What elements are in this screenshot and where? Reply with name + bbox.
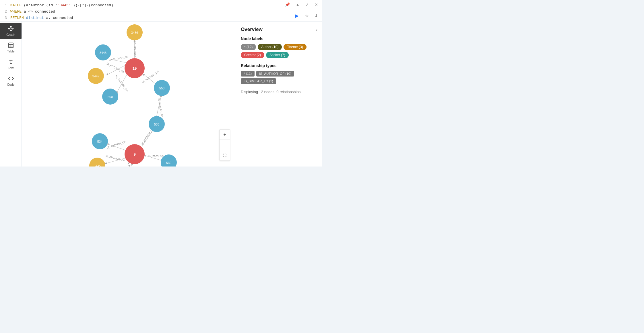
node-label-3448: 3448 [100,51,106,54]
code-icon [8,75,14,82]
graph-icon [8,26,14,32]
code-line-2: 2 WHERE a <> connected [3,9,284,15]
rel-types-section: Relationship types * (11) IS_AUTHOR_OF (… [241,63,317,84]
sidebar-item-text[interactable]: Text [0,56,22,73]
svg-point-2 [12,28,13,29]
rel-tag-is-author-of[interactable]: IS_AUTHOR_OF (10) [256,71,294,77]
tag-theme[interactable]: Theme (3) [284,44,306,50]
code-line-3-content: RETURN distinct a, connected [10,15,73,21]
edge-label: IS_SIMILAR_TO [157,98,163,118]
sidebar-item-table[interactable]: Table [0,39,22,56]
node-label-19: 19 [133,66,137,70]
text-icon [8,59,14,65]
node-label-539: 539 [166,161,171,164]
kw-match: MATCH [10,3,24,7]
edge-label: IS_AUTHOR_OF [109,55,129,62]
tag-star[interactable]: * (12) [241,44,256,50]
star-button[interactable]: ☆ [304,13,310,19]
display-info: Displaying 12 nodes, 0 relationships. [241,89,317,95]
table-icon [8,42,14,48]
sidebar-item-text-label: Text [8,66,13,70]
top-icons-row: 📌 ▲ ⤢ ✕ [284,2,319,7]
tag-sticker[interactable]: Sticker (7) [266,52,289,58]
graph-svg: IS_AUTHOR_OF IS_AUTHOR_OF IS_AUTHOR_OF I… [22,21,236,167]
topbar-actions: 📌 ▲ ⤢ ✕ ▶ ☆ ⬇ [284,0,319,21]
node-label-9: 9 [133,152,135,156]
pin-button[interactable]: 📌 [284,2,291,7]
sidebar-item-graph-label: Graph [6,33,15,36]
svg-point-0 [8,28,9,29]
svg-rect-8 [8,43,13,48]
rel-tag-star[interactable]: * (11) [241,71,255,77]
edge-label: IS_AUTHOR_OF [144,154,164,157]
edge-label: IS_AUTHOR_OF [133,41,136,61]
overview-panel: Overview › Node labels * (12) Author (10… [236,21,322,167]
overview-chevron-right[interactable]: › [316,27,317,32]
code-line-3: 3 RETURN distinct a, connected [3,15,284,21]
node-label-560: 560 [108,95,113,99]
node-label-3449: 3449 [92,75,99,78]
overview-title: Overview [241,27,263,32]
code-editor[interactable]: 1 MATCH (a:Author {id :"3445" })-[*]-(co… [3,0,284,21]
code-line-1-content: MATCH (a:Author {id :"3445" })-[*]-(conn… [10,2,113,9]
line-num-1: 1 [3,2,7,9]
node-labels-tags: * (12) Author (10) Theme (3) Creator (2)… [241,44,317,58]
node-label-3445: 3445 [94,164,101,167]
graph-canvas[interactable]: IS_AUTHOR_OF IS_AUTHOR_OF IS_AUTHOR_OF I… [22,21,236,167]
line-num-2: 2 [3,9,7,15]
code-line-2-content: WHERE a <> connected [10,9,55,15]
rel-tag-is-similar-to[interactable]: IS_SIMILAR_TO (1) [241,78,276,84]
run-button[interactable]: ▶ [293,12,300,19]
edge-label: IS_AUTHOR_OF [105,154,125,162]
svg-point-3 [10,30,11,31]
kw-where: WHERE [10,9,24,14]
expand-up-button[interactable]: ▲ [294,2,301,7]
node-label-538: 538 [154,123,159,126]
zoom-controls: + − ⛶ [219,129,230,161]
rel-types-title: Relationship types [241,63,317,68]
node-label-3436: 3436 [131,31,138,34]
sidebar-item-code[interactable]: Code [0,73,22,89]
main: Graph Table Text Code [0,21,322,167]
close-button[interactable]: ✕ [313,2,319,7]
svg-point-1 [10,26,11,28]
node-labels-title: Node labels [241,36,317,41]
sidebar-item-graph[interactable]: Graph [0,23,22,39]
rel-types-tags: * (11) IS_AUTHOR_OF (10) IS_SIMILAR_TO (… [241,71,317,84]
edge-label: IS_AUTHOR_OF [115,75,129,93]
line-num-3: 3 [3,15,7,21]
kw-return: RETURN [10,16,26,20]
topbar: 1 MATCH (a:Author {id :"3445" })-[*]-(co… [0,0,322,21]
download-button[interactable]: ⬇ [313,13,319,19]
tag-author[interactable]: Author (10) [258,44,282,50]
sidebar: Graph Table Text Code [0,21,22,167]
overview-header: Overview › [241,27,317,32]
node-label-553: 553 [159,87,164,90]
sidebar-item-table-label: Table [7,50,14,53]
kw-distinct: distinct [26,16,46,20]
zoom-out-button[interactable]: − [220,140,230,150]
zoom-in-button[interactable]: + [220,130,230,140]
run-row: ▶ ☆ ⬇ [293,12,319,19]
sidebar-item-code-label: Code [7,83,14,86]
code-line-1: 1 MATCH (a:Author {id :"3445" })-[*]-(co… [3,2,284,9]
node-label-534: 534 [97,140,102,143]
fullscreen-button[interactable]: ⤢ [304,2,310,7]
node-labels-section: Node labels * (12) Author (10) Theme (3)… [241,36,317,58]
tag-creator[interactable]: Creator (2) [241,52,264,58]
fit-button[interactable]: ⛶ [220,150,230,160]
edge-label: IS_AUTHOR_OF [106,62,125,74]
